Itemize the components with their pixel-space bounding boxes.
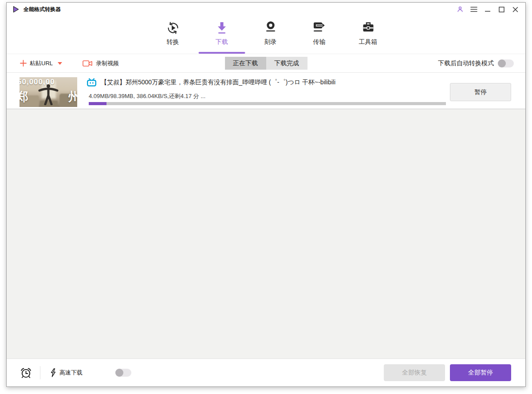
app-title: 全能格式转换器	[24, 6, 61, 13]
download-item-title: 【艾叔】郑州5000万豪宅里，养条巨贵有没有排面_哔哩哔哩 (゜-゜)つロ 干杯…	[101, 79, 335, 87]
record-video-button[interactable]: 录制视频	[83, 59, 119, 67]
tab-toolbox[interactable]: 工具箱	[351, 20, 386, 46]
maximize-icon[interactable]	[497, 4, 506, 14]
user-icon[interactable]	[455, 4, 465, 14]
footer-divider	[40, 366, 40, 379]
plus-icon	[20, 60, 27, 67]
resume-all-button[interactable]: 全部恢复	[384, 364, 445, 381]
lightning-icon	[50, 368, 56, 377]
tab-burn-label: 刻录	[264, 38, 277, 46]
schedule-button[interactable]	[20, 367, 32, 379]
paste-url-button[interactable]: 粘贴URL	[20, 59, 62, 67]
titlebar: 全能格式转换器	[7, 3, 525, 16]
paste-url-label: 粘贴URL	[30, 59, 53, 67]
pause-all-button[interactable]: 全部暂停	[450, 364, 511, 381]
tab-download-label: 下载	[216, 38, 228, 46]
camcorder-icon	[83, 60, 93, 67]
thumbnail-char-right: 州	[68, 89, 77, 105]
video-thumbnail: 50,000,00 郑 州	[20, 77, 77, 107]
download-progress-text: 4.09MB/98.39MB, 386.04KB/S,还剩4.17 分 ...	[89, 92, 205, 100]
tab-convert[interactable]: 转换	[155, 20, 191, 46]
alarm-clock-icon	[20, 367, 32, 379]
main-nav: 转换 下载 刻录	[7, 16, 525, 54]
auto-convert-toggle[interactable]	[498, 59, 514, 67]
thumbnail-char-left: 郑	[20, 89, 28, 105]
tab-transfer-label: 传输	[313, 38, 326, 46]
tab-transfer[interactable]: 传输	[302, 20, 337, 46]
footer-bar: 高速下载 全部恢复 全部暂停	[7, 359, 525, 386]
tab-download[interactable]: 下载	[204, 20, 240, 46]
app-window: 全能格式转换器	[6, 2, 526, 387]
active-tab-underline	[198, 52, 245, 54]
auto-convert-label: 下载后自动转换模式	[438, 59, 494, 67]
record-video-label: 录制视频	[96, 59, 119, 67]
toggle-knob	[498, 59, 506, 67]
high-speed-label: 高速下载	[59, 369, 83, 377]
tab-download-complete[interactable]: 下载完成	[266, 57, 307, 70]
download-list-area	[7, 109, 525, 359]
caret-down-icon[interactable]	[58, 62, 62, 65]
progress-bar-fill	[89, 102, 106, 105]
toggle-knob	[115, 369, 123, 377]
pause-button[interactable]: 暂停	[450, 83, 511, 101]
download-state-tabs: 正在下载 下载完成	[225, 57, 307, 70]
thumbnail-price-text: 50,000,00	[20, 78, 77, 87]
progress-bar	[89, 102, 446, 105]
auto-convert-setting: 下载后自动转换模式	[438, 59, 514, 67]
app-logo-icon	[12, 6, 20, 13]
toolbox-icon	[361, 20, 375, 35]
transfer-icon	[312, 20, 327, 35]
tab-burn[interactable]: 刻录	[253, 20, 288, 46]
high-speed-setting: 高速下载	[50, 368, 131, 377]
high-speed-toggle[interactable]	[115, 369, 131, 377]
burn-icon	[264, 20, 277, 35]
download-icon	[215, 20, 229, 35]
menu-icon[interactable]	[469, 4, 479, 14]
minimize-icon[interactable]	[483, 4, 493, 14]
download-item-row[interactable]: 50,000,00 郑 州 【艾叔】郑州5000万豪宅里，养条巨贵有没有排面_哔…	[7, 73, 525, 109]
tab-downloading[interactable]: 正在下载	[225, 57, 266, 70]
tab-convert-label: 转换	[167, 38, 179, 46]
close-icon[interactable]	[510, 4, 520, 14]
convert-icon	[166, 20, 180, 35]
tab-toolbox-label: 工具箱	[359, 38, 378, 46]
toolbar: 粘贴URL 录制视频 正在下载 下载完成 下载后自动转换模式	[7, 54, 525, 73]
bilibili-tv-icon	[87, 78, 97, 87]
